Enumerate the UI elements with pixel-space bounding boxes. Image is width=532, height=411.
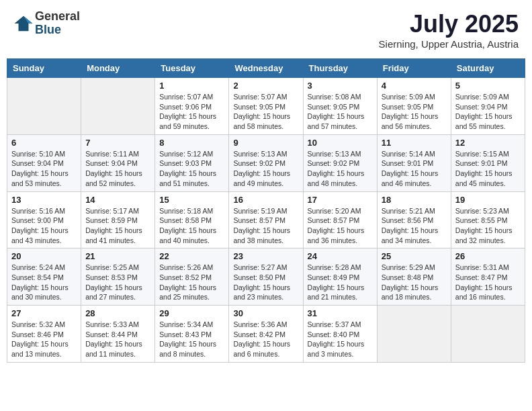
day-info: Sunrise: 5:24 AM Sunset: 8:54 PM Dayligh…: [11, 263, 77, 302]
logo-icon: [13, 13, 34, 34]
day-number: 2: [233, 81, 298, 91]
day-number: 24: [308, 251, 373, 261]
weekday-header: Sunday: [7, 59, 81, 78]
day-info: Sunrise: 5:16 AM Sunset: 9:00 PM Dayligh…: [11, 206, 77, 246]
calendar-cell: 5Sunrise: 5:09 AM Sunset: 9:04 PM Daylig…: [451, 78, 525, 135]
calendar-cell: 9Sunrise: 5:13 AM Sunset: 9:02 PM Daylig…: [229, 134, 303, 191]
day-info: Sunrise: 5:36 AM Sunset: 8:42 PM Dayligh…: [233, 320, 298, 359]
location: Sierning, Upper Austria, Austria: [379, 38, 519, 50]
day-number: 8: [159, 138, 224, 148]
calendar-cell: 28Sunrise: 5:33 AM Sunset: 8:44 PM Dayli…: [81, 306, 155, 363]
calendar-cell: [451, 306, 525, 363]
day-number: 5: [455, 81, 521, 91]
day-number: 31: [308, 308, 373, 318]
day-number: 30: [233, 308, 298, 318]
day-number: 16: [233, 195, 298, 205]
day-info: Sunrise: 5:09 AM Sunset: 9:04 PM Dayligh…: [455, 92, 521, 132]
calendar-cell: 17Sunrise: 5:20 AM Sunset: 8:57 PM Dayli…: [303, 191, 377, 248]
calendar-cell: 30Sunrise: 5:36 AM Sunset: 8:42 PM Dayli…: [229, 306, 303, 363]
day-number: 13: [11, 195, 77, 205]
calendar-cell: 24Sunrise: 5:28 AM Sunset: 8:49 PM Dayli…: [303, 248, 377, 306]
page-header: General Blue July 2025 Sierning, Upper A…: [7, 7, 525, 53]
day-number: 27: [11, 308, 77, 318]
day-info: Sunrise: 5:28 AM Sunset: 8:49 PM Dayligh…: [308, 263, 373, 302]
day-info: Sunrise: 5:13 AM Sunset: 9:02 PM Dayligh…: [233, 149, 298, 189]
calendar-cell: 26Sunrise: 5:31 AM Sunset: 8:47 PM Dayli…: [451, 248, 525, 306]
calendar-cell: 13Sunrise: 5:16 AM Sunset: 9:00 PM Dayli…: [7, 191, 81, 248]
calendar-cell: 7Sunrise: 5:11 AM Sunset: 9:04 PM Daylig…: [81, 134, 155, 191]
calendar-cell: 19Sunrise: 5:23 AM Sunset: 8:55 PM Dayli…: [451, 191, 525, 248]
day-info: Sunrise: 5:12 AM Sunset: 9:03 PM Dayligh…: [159, 149, 224, 189]
day-number: 21: [85, 251, 150, 261]
day-info: Sunrise: 5:21 AM Sunset: 8:56 PM Dayligh…: [382, 206, 447, 246]
day-number: 12: [455, 138, 521, 148]
calendar-cell: 12Sunrise: 5:15 AM Sunset: 9:01 PM Dayli…: [451, 134, 525, 191]
day-info: Sunrise: 5:37 AM Sunset: 8:40 PM Dayligh…: [308, 320, 373, 359]
day-number: 11: [382, 138, 447, 148]
logo: General Blue: [13, 10, 80, 37]
calendar-cell: 22Sunrise: 5:26 AM Sunset: 8:52 PM Dayli…: [155, 248, 229, 306]
weekday-header: Thursday: [303, 59, 377, 78]
calendar-cell: 3Sunrise: 5:08 AM Sunset: 9:05 PM Daylig…: [303, 78, 377, 135]
calendar-week-row: 13Sunrise: 5:16 AM Sunset: 9:00 PM Dayli…: [7, 191, 525, 248]
day-number: 9: [233, 138, 298, 148]
day-info: Sunrise: 5:15 AM Sunset: 9:01 PM Dayligh…: [455, 149, 521, 189]
day-number: 28: [85, 308, 150, 318]
day-number: 25: [382, 251, 447, 261]
month-year: July 2025: [379, 10, 519, 38]
logo-blue: Blue: [35, 24, 80, 37]
day-number: 20: [11, 251, 77, 261]
day-info: Sunrise: 5:08 AM Sunset: 9:05 PM Dayligh…: [308, 92, 373, 132]
day-info: Sunrise: 5:11 AM Sunset: 9:04 PM Dayligh…: [85, 149, 150, 189]
calendar-week-row: 6Sunrise: 5:10 AM Sunset: 9:04 PM Daylig…: [7, 134, 525, 191]
day-number: 23: [233, 251, 298, 261]
day-number: 15: [159, 195, 224, 205]
calendar-cell: 10Sunrise: 5:13 AM Sunset: 9:02 PM Dayli…: [303, 134, 377, 191]
day-info: Sunrise: 5:07 AM Sunset: 9:06 PM Dayligh…: [159, 92, 224, 132]
weekday-header-row: SundayMondayTuesdayWednesdayThursdayFrid…: [7, 59, 525, 78]
weekday-header: Monday: [81, 59, 155, 78]
calendar-cell: 2Sunrise: 5:07 AM Sunset: 9:05 PM Daylig…: [229, 78, 303, 135]
day-number: 18: [382, 195, 447, 205]
calendar-cell: 1Sunrise: 5:07 AM Sunset: 9:06 PM Daylig…: [155, 78, 229, 135]
weekday-header: Saturday: [451, 59, 525, 78]
day-info: Sunrise: 5:23 AM Sunset: 8:55 PM Dayligh…: [455, 206, 521, 246]
day-number: 26: [455, 251, 521, 261]
day-number: 4: [382, 81, 447, 91]
calendar-week-row: 27Sunrise: 5:32 AM Sunset: 8:46 PM Dayli…: [7, 306, 525, 363]
calendar-cell: 31Sunrise: 5:37 AM Sunset: 8:40 PM Dayli…: [303, 306, 377, 363]
day-number: 22: [159, 251, 224, 261]
day-info: Sunrise: 5:10 AM Sunset: 9:04 PM Dayligh…: [11, 149, 77, 189]
day-info: Sunrise: 5:19 AM Sunset: 8:57 PM Dayligh…: [233, 206, 298, 246]
calendar-cell: 11Sunrise: 5:14 AM Sunset: 9:01 PM Dayli…: [377, 134, 451, 191]
calendar-week-row: 20Sunrise: 5:24 AM Sunset: 8:54 PM Dayli…: [7, 248, 525, 306]
calendar-cell: 8Sunrise: 5:12 AM Sunset: 9:03 PM Daylig…: [155, 134, 229, 191]
day-number: 1: [159, 81, 224, 91]
day-info: Sunrise: 5:27 AM Sunset: 8:50 PM Dayligh…: [233, 263, 298, 302]
day-info: Sunrise: 5:17 AM Sunset: 8:59 PM Dayligh…: [85, 206, 150, 246]
day-info: Sunrise: 5:31 AM Sunset: 8:47 PM Dayligh…: [455, 263, 521, 302]
logo-general: General: [35, 10, 80, 24]
calendar-cell: [81, 78, 155, 135]
calendar-cell: 16Sunrise: 5:19 AM Sunset: 8:57 PM Dayli…: [229, 191, 303, 248]
day-info: Sunrise: 5:18 AM Sunset: 8:58 PM Dayligh…: [159, 206, 224, 246]
calendar-cell: [7, 78, 81, 135]
day-info: Sunrise: 5:34 AM Sunset: 8:43 PM Dayligh…: [159, 320, 224, 359]
calendar-table: SundayMondayTuesdayWednesdayThursdayFrid…: [7, 58, 525, 363]
day-info: Sunrise: 5:13 AM Sunset: 9:02 PM Dayligh…: [308, 149, 373, 189]
day-info: Sunrise: 5:26 AM Sunset: 8:52 PM Dayligh…: [159, 263, 224, 302]
day-number: 14: [85, 195, 150, 205]
day-info: Sunrise: 5:29 AM Sunset: 8:48 PM Dayligh…: [382, 263, 447, 302]
calendar-cell: [377, 306, 451, 363]
weekday-header: Tuesday: [155, 59, 229, 78]
calendar-week-row: 1Sunrise: 5:07 AM Sunset: 9:06 PM Daylig…: [7, 78, 525, 135]
day-number: 7: [85, 138, 150, 148]
calendar-cell: 21Sunrise: 5:25 AM Sunset: 8:53 PM Dayli…: [81, 248, 155, 306]
calendar-cell: 4Sunrise: 5:09 AM Sunset: 9:05 PM Daylig…: [377, 78, 451, 135]
weekday-header: Friday: [377, 59, 451, 78]
day-info: Sunrise: 5:09 AM Sunset: 9:05 PM Dayligh…: [382, 92, 447, 132]
calendar-cell: 6Sunrise: 5:10 AM Sunset: 9:04 PM Daylig…: [7, 134, 81, 191]
logo-text: General Blue: [35, 10, 80, 37]
day-number: 29: [159, 308, 224, 318]
calendar-cell: 15Sunrise: 5:18 AM Sunset: 8:58 PM Dayli…: [155, 191, 229, 248]
